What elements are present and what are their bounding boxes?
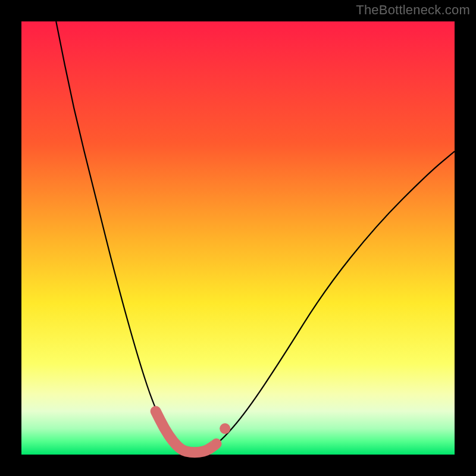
minimum-marker-dot <box>220 423 230 434</box>
gradient-panel <box>21 21 455 455</box>
watermark-text: TheBottleneck.com <box>356 2 470 18</box>
chart-frame: TheBottleneck.com <box>0 0 476 476</box>
bottleneck-chart <box>0 0 476 476</box>
